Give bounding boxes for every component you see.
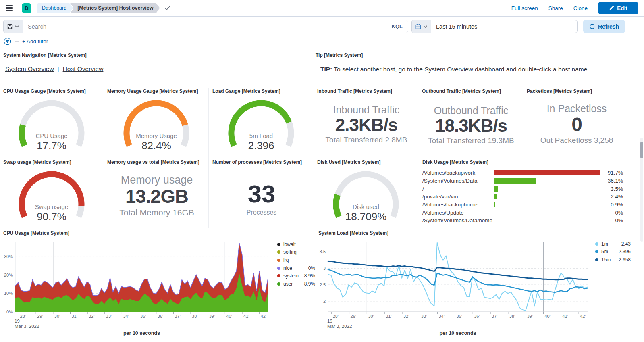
panel-title-cpu-gauge: CPU Usage Gauge [Metrics System] <box>3 88 86 94</box>
svg-text:28': 28' <box>20 314 26 319</box>
panel-title-outbound: Outbound Traffic [Metrics System] <box>422 88 501 94</box>
panel-title-packetloss: Packetloss [Metrics System] <box>527 88 592 94</box>
cpu-usage-legend: iowaitsoftirqirqnice0%system8.9%user8.9% <box>277 240 315 288</box>
svg-text:38': 38' <box>192 314 197 319</box>
swap-gauge-arc <box>11 169 92 233</box>
system-load-chart[interactable]: 28'29'30'31'32'33'34'35'36'37'38'39'40'4… <box>314 237 644 342</box>
disk-percent: 0.9% <box>602 202 623 208</box>
legend-item[interactable]: softirq <box>277 248 315 256</box>
svg-text:28': 28' <box>333 314 339 319</box>
refresh-icon <box>589 23 595 29</box>
svg-text:3.5: 3.5 <box>320 249 326 254</box>
disk-path: /Volumes/backupwork <box>422 170 494 176</box>
legend-dot-icon <box>277 274 280 277</box>
legend-item[interactable]: 1m2.43 <box>595 240 631 248</box>
check-icon[interactable] <box>164 6 170 10</box>
disk-percent: 0% <box>602 217 623 223</box>
svg-text:20%: 20% <box>4 273 13 277</box>
disk-bar <box>494 178 602 184</box>
clone-button[interactable]: Clone <box>573 5 588 11</box>
cpu-usage-chart[interactable]: 28'29'30'31'32'33'34'35'36'37'38'39'40'4… <box>0 237 314 342</box>
edit-button[interactable]: Edit <box>598 2 638 14</box>
scrollbar-thumb[interactable] <box>640 142 643 158</box>
legend-item[interactable]: 15m2.658 <box>595 256 631 264</box>
legend-item[interactable]: system8.9% <box>277 272 315 280</box>
date-quick-menu-button[interactable] <box>412 20 431 33</box>
system-navigation-links: System Overview|Host Overview <box>5 65 103 73</box>
filter-icon[interactable] <box>4 38 11 45</box>
legend-item[interactable]: nice0% <box>277 264 315 272</box>
load-gauge: 5m Load2.396 <box>221 98 301 162</box>
legend-dot-icon <box>595 258 598 261</box>
breadcrumb-page-title: [Metrics System] Host overview <box>70 3 160 13</box>
disk-bar <box>494 210 602 215</box>
svg-text:39': 39' <box>527 314 533 319</box>
legend-dot-icon <box>277 267 280 270</box>
cpu-gauge-arc <box>11 98 92 162</box>
disk-usage-row: /Volumes/Update0% <box>422 209 623 217</box>
add-filter-button[interactable]: + Add filter <box>22 38 48 44</box>
legend-dot-icon <box>277 250 280 254</box>
disk-usage-row: /Volumes/backupwork91.7% <box>422 169 623 177</box>
breadcrumb-dashboard[interactable]: Dashboard <box>37 3 73 13</box>
disk-path: / <box>422 186 494 192</box>
legend-item[interactable]: irq <box>277 256 315 264</box>
tip-system-overview-link[interactable]: System Overview <box>424 66 473 73</box>
svg-text:32': 32' <box>403 314 409 319</box>
processes-metric: 33 Processes <box>211 181 312 216</box>
memory-gauge-arc <box>116 98 197 162</box>
disk-used-gauge-arc <box>326 169 406 233</box>
svg-text:3: 3 <box>323 266 326 271</box>
svg-text:32': 32' <box>89 314 94 319</box>
disk-percent: 3.5% <box>602 186 623 192</box>
panel-title-tip: Tip [Metrics System] <box>316 52 363 58</box>
full-screen-button[interactable]: Full screen <box>511 5 538 11</box>
disk-bar <box>494 194 602 199</box>
legend-item[interactable]: 5m2.396 <box>595 248 631 256</box>
legend-item[interactable]: user8.9% <box>277 280 315 288</box>
system-overview-link[interactable]: System Overview <box>5 65 54 72</box>
top-navigation-bar: D Dashboard [Metrics System] Host overvi… <box>0 0 644 17</box>
legend-item[interactable]: iowait <box>277 240 315 248</box>
panel-title-system-navigation: System Navigation [Metrics System] <box>3 52 87 58</box>
svg-text:36': 36' <box>474 314 480 319</box>
filter-divider <box>15 41 19 42</box>
search-input[interactable] <box>23 20 386 33</box>
disk-bar <box>494 218 602 223</box>
menu-icon[interactable] <box>6 5 13 11</box>
svg-text:42': 42' <box>261 314 266 319</box>
swap-usage-gauge: Swap usage90.7% <box>11 169 92 233</box>
chevron-down-icon <box>15 25 19 28</box>
breadcrumb: Dashboard [Metrics System] Host overview <box>37 3 160 13</box>
saved-query-menu-button[interactable] <box>4 20 23 33</box>
svg-text:29': 29' <box>351 314 356 319</box>
disk-usage-row: /Volumes/backuphome0.9% <box>422 201 623 209</box>
time-range-value[interactable]: Last 15 minutes <box>431 20 482 33</box>
system-load-legend: 1m2.435m2.39615m2.658 <box>595 240 631 264</box>
disk-percent: 2.4% <box>602 194 623 200</box>
svg-text:Mar 3, 2022: Mar 3, 2022 <box>327 324 352 329</box>
host-overview-link[interactable]: Host Overview <box>63 65 104 72</box>
panel-title-load-gauge: Load Gauge [Metrics System] <box>212 88 280 94</box>
disk-usage-row: /System/Volumes/Data/home0% <box>422 217 623 225</box>
panel-title-memory-gauge: Memory Usage Gauge [Metrics System] <box>107 88 198 94</box>
share-button[interactable]: Share <box>548 5 563 11</box>
svg-text:29': 29' <box>37 314 43 319</box>
svg-text:2.5: 2.5 <box>320 282 326 287</box>
legend-dot-icon <box>595 242 598 246</box>
svg-text:37': 37' <box>492 314 497 319</box>
svg-text:41': 41' <box>243 314 249 319</box>
query-language-button[interactable]: KQL <box>386 20 408 33</box>
svg-text:35': 35' <box>456 314 462 319</box>
refresh-button[interactable]: Refresh <box>583 20 625 33</box>
packetloss-metric: In Packetloss 0 Out Packetloss 3,258 <box>525 103 628 145</box>
panel-title-disk-used: Disk Used [Metrics System] <box>317 159 380 165</box>
space-avatar[interactable]: D <box>22 3 31 13</box>
disk-percent: 0% <box>602 210 623 216</box>
svg-text:30': 30' <box>368 314 374 319</box>
svg-text:33': 33' <box>106 314 112 319</box>
svg-text:Mar 3, 2022: Mar 3, 2022 <box>15 324 39 329</box>
date-picker: Last 15 minutes <box>411 20 578 33</box>
disk-bar <box>494 202 602 207</box>
svg-text:42': 42' <box>580 314 586 319</box>
